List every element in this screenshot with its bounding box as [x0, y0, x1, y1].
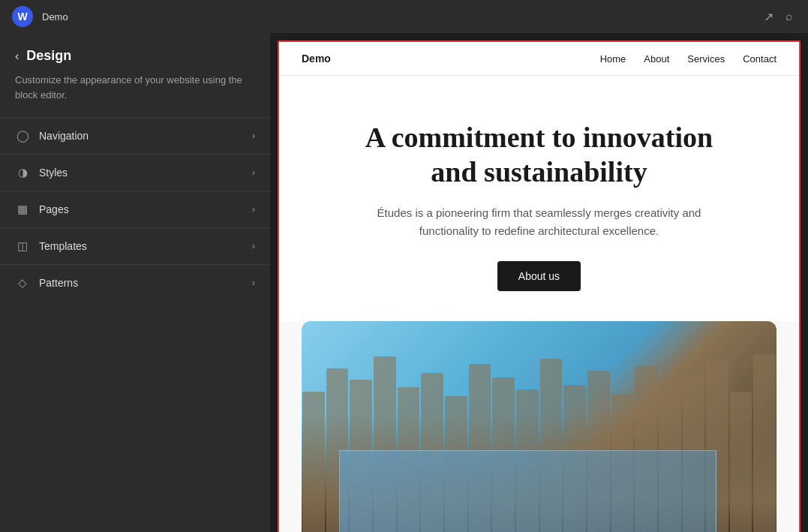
navigation-chevron-icon: ›: [252, 131, 255, 141]
navigation-icon: ◯: [15, 128, 30, 143]
building-image: [302, 321, 776, 532]
building-image-section: [302, 321, 776, 532]
templates-icon: ◫: [15, 239, 30, 254]
about-us-button[interactable]: About us: [497, 261, 581, 291]
hero-title: A commitment to innovation and sustainab…: [339, 121, 739, 189]
sidebar-item-navigation[interactable]: ◯ Navigation ›: [0, 117, 270, 154]
pages-chevron-icon: ›: [252, 204, 255, 215]
styles-chevron-icon: ›: [252, 167, 255, 178]
website-nav: Demo Home About Services Contact: [279, 42, 799, 76]
nav-home[interactable]: Home: [600, 53, 626, 65]
styles-label: Styles: [39, 167, 243, 179]
external-link-icon[interactable]: ↗: [761, 7, 776, 27]
preview-area: Demo Home About Services Contact A commi…: [270, 33, 808, 532]
sidebar-menu: ◯ Navigation › ◑ Styles › ▦ Pages › ◫ Te…: [0, 117, 270, 301]
website-nav-links: Home About Services Contact: [600, 53, 776, 65]
sidebar-item-patterns[interactable]: ◇ Patterns ›: [0, 264, 270, 301]
top-bar-icons: ↗ ⌕: [761, 7, 796, 27]
top-bar: W Demo ↗ ⌕: [0, 0, 808, 33]
back-button[interactable]: ‹: [15, 50, 19, 63]
templates-label: Templates: [39, 240, 243, 252]
glass-panel: [339, 450, 716, 532]
hero-subtitle: Études is a pioneering firm that seamles…: [352, 204, 727, 240]
sidebar-item-templates[interactable]: ◫ Templates ›: [0, 227, 270, 264]
nav-services[interactable]: Services: [687, 53, 725, 65]
sidebar-item-pages[interactable]: ▦ Pages ›: [0, 191, 270, 227]
nav-contact[interactable]: Contact: [743, 53, 776, 65]
styles-icon: ◑: [15, 165, 30, 180]
pages-label: Pages: [39, 203, 243, 215]
website-logo: Demo: [302, 53, 600, 65]
patterns-label: Patterns: [39, 277, 243, 289]
preview-frame: Demo Home About Services Contact A commi…: [278, 41, 800, 532]
search-icon[interactable]: ⌕: [782, 7, 796, 26]
sidebar-header: ‹ Design: [0, 48, 270, 73]
pages-icon: ▦: [15, 202, 30, 217]
nav-about[interactable]: About: [644, 53, 669, 65]
site-title: Demo: [42, 11, 68, 23]
main-layout: ‹ Design Customize the appearance of you…: [0, 33, 808, 532]
wp-logo[interactable]: W: [12, 6, 33, 27]
sidebar-item-styles[interactable]: ◑ Styles ›: [0, 154, 270, 191]
patterns-chevron-icon: ›: [252, 278, 255, 288]
sidebar: ‹ Design Customize the appearance of you…: [0, 33, 270, 532]
sidebar-title: Design: [26, 48, 71, 64]
patterns-icon: ◇: [15, 275, 30, 290]
templates-chevron-icon: ›: [252, 241, 255, 251]
sidebar-description: Customize the appearance of your website…: [0, 73, 270, 117]
navigation-label: Navigation: [39, 130, 243, 142]
hero-section: A commitment to innovation and sustainab…: [279, 76, 799, 321]
